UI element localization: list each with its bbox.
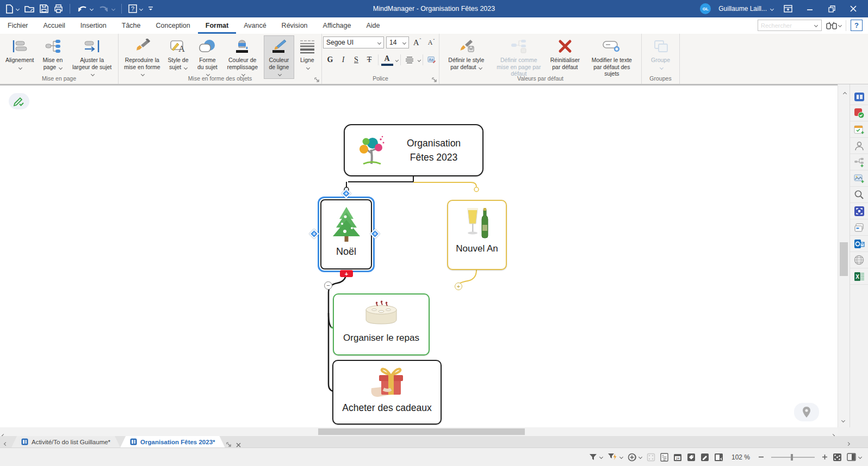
vertical-scrollbar[interactable] <box>838 84 850 427</box>
dialog-launcher-icon[interactable] <box>314 77 320 83</box>
redo-button[interactable] <box>98 4 115 13</box>
undo-button[interactable] <box>77 4 93 13</box>
style-de-sujet-button[interactable]: A Style de sujet <box>165 35 192 72</box>
scroll-up-arrow[interactable] <box>842 88 846 97</box>
topic-nouvel-an[interactable]: Nouvel An <box>447 200 507 270</box>
resources-pane-button[interactable] <box>850 138 868 154</box>
tab-format[interactable]: Format <box>198 17 236 34</box>
close-document-icon[interactable] <box>236 443 241 447</box>
shrink-font-button[interactable]: Aˇ <box>425 36 437 49</box>
tags-view-button[interactable] <box>687 453 696 462</box>
fit-map-button[interactable] <box>833 453 842 462</box>
help-button[interactable]: ? <box>128 4 142 13</box>
expand-toggle[interactable]: + <box>455 283 462 290</box>
tab-revision[interactable]: Révision <box>274 17 315 34</box>
font-size-select[interactable]: 14 <box>386 36 409 48</box>
tab-affichage[interactable]: Affichage <box>315 17 359 34</box>
presentation-panel-button[interactable] <box>714 453 723 462</box>
tab-accueil[interactable]: Accueil <box>36 17 73 34</box>
doc-tab-activite[interactable]: Activité/To do list Guillaume* <box>11 436 120 447</box>
tab-scroll-left-arrow[interactable] <box>0 438 11 447</box>
search-box[interactable] <box>758 20 822 31</box>
task-info-pane-button[interactable] <box>850 105 868 121</box>
minimize-button[interactable] <box>803 2 817 16</box>
forme-du-sujet-button[interactable]: Forme du sujet <box>194 35 221 79</box>
bold-button[interactable]: G <box>324 53 336 66</box>
definir-style-par-defaut-button[interactable]: Définir le style par defaut <box>443 35 490 72</box>
doc-tab-organisation-fetes[interactable]: Organisation Fêtes 2023* <box>120 436 225 447</box>
zoom-out-button[interactable] <box>758 454 764 460</box>
schedule-view-button[interactable]: 24 <box>673 453 682 462</box>
close-button[interactable] <box>846 2 860 16</box>
reproduire-mise-en-forme-button[interactable]: Reproduire la mise en forme <box>122 35 163 79</box>
excel-pane-button[interactable]: X <box>850 268 868 285</box>
clear-formatting-button[interactable]: Aa <box>426 53 438 66</box>
new-document-button[interactable] <box>5 4 19 14</box>
tab-avance[interactable]: Avancé <box>236 17 274 34</box>
topic-root[interactable]: Organisation Fêtes 2023 <box>344 124 483 176</box>
find-button[interactable] <box>826 21 841 29</box>
editing-status-pill[interactable] <box>9 93 29 109</box>
topic-organiser-le-repas[interactable]: Organiser le repas <box>333 293 430 355</box>
scroll-down-arrow[interactable] <box>842 414 845 424</box>
filter-button[interactable] <box>589 453 603 461</box>
avatar[interactable]: GL <box>700 3 711 14</box>
help-pane-button[interactable]: ? <box>851 20 863 31</box>
tab-scroll-right-arrow[interactable] <box>847 438 850 447</box>
ajuster-largeur-button[interactable]: Ajuster la largeur de sujet <box>69 35 115 79</box>
quick-add-button[interactable] <box>628 453 642 462</box>
print-button[interactable] <box>54 4 63 13</box>
library-pane-button[interactable] <box>850 89 868 105</box>
dialog-launcher-icon[interactable] <box>432 77 437 83</box>
save-button[interactable] <box>40 4 48 13</box>
collapse-toggle[interactable]: − <box>324 281 332 290</box>
horizontal-scroll-thumb[interactable] <box>318 428 525 435</box>
mise-en-page-button[interactable]: Mise en page <box>40 35 66 72</box>
grow-font-button[interactable]: Aˆ <box>411 36 423 49</box>
tab-aide[interactable]: Aide <box>358 17 387 34</box>
power-filter-button[interactable] <box>607 453 623 461</box>
search-pane-button[interactable] <box>850 187 868 203</box>
strikethrough-button[interactable]: T <box>363 53 375 66</box>
web-pane-button[interactable] <box>850 252 868 268</box>
font-color-button[interactable]: A <box>381 54 393 66</box>
float-window-icon[interactable] <box>226 442 232 447</box>
restore-button[interactable] <box>824 2 839 16</box>
open-button[interactable] <box>24 5 34 13</box>
font-family-select[interactable]: Segoe UI <box>323 36 384 48</box>
ligne-button[interactable]: Ligne <box>296 35 318 72</box>
icons-view-button[interactable] <box>700 453 709 462</box>
topic-noel[interactable]: Noël <box>320 199 372 269</box>
italic-button[interactable]: I <box>337 53 349 66</box>
focus-pane-button[interactable] <box>850 203 868 219</box>
modifier-texte-defaut-button[interactable]: Modifier le texte par défaut des sujets <box>586 35 638 79</box>
zoom-slider-handle[interactable] <box>791 454 793 461</box>
panels-layout-button[interactable] <box>847 453 861 461</box>
outlook-pane-button[interactable] <box>850 236 868 252</box>
windows-pane-button[interactable] <box>850 219 868 236</box>
map-parts-pane-button[interactable] <box>850 154 868 170</box>
tab-fichier[interactable]: Fichier <box>0 17 36 34</box>
reinitialiser-par-defaut-button[interactable]: Réinitialiser par défaut <box>548 35 582 72</box>
zoom-in-button[interactable] <box>822 454 828 460</box>
map-canvas[interactable]: Organisation Fêtes 2023 Noël + + + + − N… <box>0 84 838 427</box>
search-input[interactable] <box>761 22 813 29</box>
map-position-pill[interactable] <box>794 403 819 421</box>
couleur-de-ligne-button[interactable]: Couleur de ligne <box>264 35 294 79</box>
ribbon-display-options-button[interactable] <box>781 2 795 16</box>
tab-insertion[interactable]: Insertion <box>73 17 114 34</box>
tab-tache[interactable]: Tâche <box>114 17 148 34</box>
text-alignment-button[interactable] <box>404 53 416 66</box>
zoom-slider[interactable] <box>771 457 815 458</box>
topic-acheter-des-cadeaux[interactable]: Acheter des cadeaux <box>332 360 442 425</box>
add-tag-badge[interactable]: + <box>340 270 353 277</box>
schedule-pane-button[interactable] <box>850 121 868 138</box>
user-menu[interactable]: Guillaume Laill... <box>718 5 773 13</box>
underline-button[interactable]: S <box>350 53 362 66</box>
horizontal-scrollbar[interactable] <box>0 427 838 436</box>
couleur-de-remplissage-button[interactable]: Couleur de remplissage <box>223 35 262 79</box>
tab-conception[interactable]: Conception <box>148 17 198 34</box>
topic-noel-selection-frame[interactable]: Noël <box>318 197 375 272</box>
alignement-button[interactable]: Alignement <box>3 35 36 72</box>
vertical-scroll-thumb[interactable] <box>840 242 848 276</box>
